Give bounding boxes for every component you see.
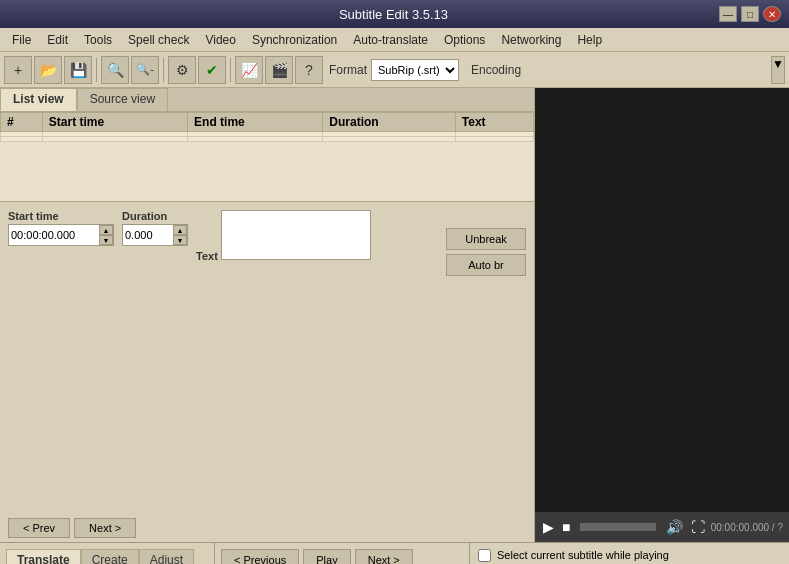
duration-up[interactable]: ▲ xyxy=(173,225,187,235)
title-bar: Subtitle Edit 3.5.13 — □ ✕ xyxy=(0,0,789,28)
toolbar-separator-3 xyxy=(230,58,231,82)
window-controls: — □ ✕ xyxy=(719,6,781,22)
format-label: Format xyxy=(329,63,367,77)
col-text: Text xyxy=(455,113,533,132)
menu-networking[interactable]: Networking xyxy=(493,31,569,49)
middle-bottom: < Previous Play Next > Pause Search text… xyxy=(215,543,470,564)
toolbar: + 📂 💾 🔍 🔍- ⚙ ✔ 📈 🎬 ? Format SubRip (.srt… xyxy=(0,52,789,88)
text-input-area: Text xyxy=(196,210,438,263)
menu-spell-check[interactable]: Spell check xyxy=(120,31,197,49)
duration-input[interactable] xyxy=(123,225,173,245)
new-button[interactable]: + xyxy=(4,56,32,84)
col-end-time: End time xyxy=(188,113,323,132)
start-time-input-wrapper: ▲ ▼ xyxy=(8,224,114,246)
edit-row: Start time ▲ ▼ Duration ▲ xyxy=(8,210,526,276)
subtitle-table: # Start time End time Duration Text xyxy=(0,112,534,142)
tab-create[interactable]: Create xyxy=(81,549,139,564)
start-time-label: Start time xyxy=(8,210,114,222)
previous-button[interactable]: < Previous xyxy=(221,549,299,564)
col-number: # xyxy=(1,113,43,132)
tab-source-view[interactable]: Source view xyxy=(77,88,168,111)
edit-area: Start time ▲ ▼ Duration ▲ xyxy=(0,202,534,514)
playback-buttons: < Previous Play Next > xyxy=(221,549,463,564)
menu-file[interactable]: File xyxy=(4,31,39,49)
play-media-button[interactable]: Play xyxy=(303,549,350,564)
left-panel: List view Source view # Start time End t… xyxy=(0,88,535,542)
toolbar-separator-1 xyxy=(96,58,97,82)
fullscreen-button[interactable]: ⛶ xyxy=(689,519,707,535)
stop-button[interactable]: ■ xyxy=(560,519,572,535)
action-buttons: Unbreak Auto br xyxy=(446,228,526,276)
menu-bar: File Edit Tools Spell check Video Synchr… xyxy=(0,28,789,52)
duration-spinners: ▲ ▼ xyxy=(173,225,187,245)
start-time-group: Start time ▲ ▼ xyxy=(8,210,114,246)
menu-synchronization[interactable]: Synchronization xyxy=(244,31,345,49)
menu-video[interactable]: Video xyxy=(197,31,243,49)
scrollbar[interactable]: ▼ xyxy=(771,56,785,84)
select-subtitle-label: Select current subtitle while playing xyxy=(497,549,669,561)
save-button[interactable]: 💾 xyxy=(64,56,92,84)
menu-tools[interactable]: Tools xyxy=(76,31,120,49)
app-title: Subtitle Edit 3.5.13 xyxy=(68,7,719,22)
start-time-up[interactable]: ▲ xyxy=(99,225,113,235)
right-bottom-panel: Select current subtitle while playing Cl… xyxy=(470,543,789,564)
select-subtitle-bar: Select current subtitle while playing xyxy=(470,543,789,564)
text-label: Text xyxy=(196,250,218,262)
help-icon-button[interactable]: ? xyxy=(295,56,323,84)
settings-button[interactable]: ⚙ xyxy=(168,56,196,84)
waveform-button[interactable]: 📈 xyxy=(235,56,263,84)
bottom-section: Translate Create Adjust Auto repeat Auto… xyxy=(0,542,789,564)
format-section: Format SubRip (.srt) Encoding xyxy=(329,59,521,81)
zoom-in-button[interactable]: 🔍 xyxy=(101,56,129,84)
select-subtitle-checkbox[interactable] xyxy=(478,549,491,562)
bottom-tabs: Translate Create Adjust xyxy=(6,549,208,564)
menu-help[interactable]: Help xyxy=(569,31,610,49)
open-button[interactable]: 📂 xyxy=(34,56,62,84)
play-button[interactable]: ▶ xyxy=(541,519,556,535)
menu-auto-translate[interactable]: Auto-translate xyxy=(345,31,436,49)
start-time-spinners: ▲ ▼ xyxy=(99,225,113,245)
check-button[interactable]: ✔ xyxy=(198,56,226,84)
duration-down[interactable]: ▼ xyxy=(173,235,187,245)
view-tabs: List view Source view xyxy=(0,88,534,112)
zoom-out-button[interactable]: 🔍- xyxy=(131,56,159,84)
duration-group: Duration ▲ ▼ xyxy=(122,210,188,246)
video-controls: ▶ ■ 🔊 ⛶ 00:00:00.000 / ? xyxy=(535,512,789,542)
maximize-button[interactable]: □ xyxy=(741,6,759,22)
table-row[interactable] xyxy=(1,137,534,142)
tab-adjust[interactable]: Adjust xyxy=(139,549,194,564)
tab-translate[interactable]: Translate xyxy=(6,549,81,564)
duration-input-wrapper: ▲ ▼ xyxy=(122,224,188,246)
menu-options[interactable]: Options xyxy=(436,31,493,49)
start-time-input[interactable] xyxy=(9,225,99,245)
menu-edit[interactable]: Edit xyxy=(39,31,76,49)
subtitle-table-container: # Start time End time Duration Text xyxy=(0,112,534,202)
col-duration: Duration xyxy=(323,113,455,132)
next-button[interactable]: Next > xyxy=(74,518,136,538)
start-time-down[interactable]: ▼ xyxy=(99,235,113,245)
minimize-button[interactable]: — xyxy=(719,6,737,22)
time-display: 00:00:00.000 / ? xyxy=(711,522,783,533)
tab-list-view[interactable]: List view xyxy=(0,88,77,111)
left-bottom: Translate Create Adjust Auto repeat Auto… xyxy=(0,543,215,564)
volume-button[interactable]: 🔊 xyxy=(664,519,685,535)
col-start-time: Start time xyxy=(42,113,187,132)
auto-br-button[interactable]: Auto br xyxy=(446,254,526,276)
duration-label: Duration xyxy=(122,210,188,222)
toolbar-separator-2 xyxy=(163,58,164,82)
next-media-button[interactable]: Next > xyxy=(355,549,413,564)
video-button[interactable]: 🎬 xyxy=(265,56,293,84)
text-textarea[interactable] xyxy=(221,210,371,260)
nav-buttons: < Prev Next > xyxy=(0,514,534,542)
encoding-label: Encoding xyxy=(471,63,521,77)
format-select[interactable]: SubRip (.srt) xyxy=(371,59,459,81)
unbreak-button[interactable]: Unbreak xyxy=(446,228,526,250)
right-panel: ▶ ■ 🔊 ⛶ 00:00:00.000 / ? xyxy=(535,88,789,542)
progress-bar[interactable] xyxy=(580,523,655,531)
prev-button[interactable]: < Prev xyxy=(8,518,70,538)
main-content: List view Source view # Start time End t… xyxy=(0,88,789,542)
video-area xyxy=(535,88,789,512)
close-button[interactable]: ✕ xyxy=(763,6,781,22)
